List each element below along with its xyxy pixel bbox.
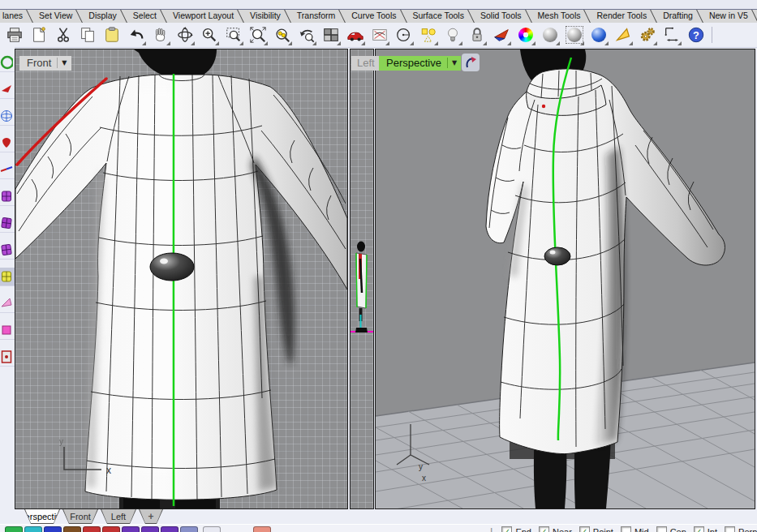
checkbox[interactable]: [621, 526, 631, 532]
osnap-point[interactable]: Point: [579, 526, 613, 532]
layer-color-icon[interactable]: [24, 526, 42, 532]
layer-wedge-icon[interactable]: [490, 24, 512, 46]
copy-icon[interactable]: [76, 24, 98, 46]
toolbar-tab-planes[interactable]: lanes: [0, 10, 30, 23]
gears-icon[interactable]: [636, 24, 658, 46]
front-viewport[interactable]: Front ▼: [15, 49, 348, 509]
lock-icon[interactable]: [466, 24, 488, 46]
pan-icon[interactable]: [149, 24, 171, 46]
pink-solid-icon[interactable]: [0, 321, 15, 340]
checkbox[interactable]: [725, 526, 735, 532]
axis-arrows-icon[interactable]: [0, 161, 15, 179]
toolbar-tab-curve-tools[interactable]: Curve Tools: [342, 10, 403, 23]
pink-arrow-icon[interactable]: [0, 294, 15, 313]
layer-color-icon[interactable]: [122, 526, 140, 532]
undo-view-icon[interactable]: [295, 24, 317, 46]
layer-color-icon[interactable]: [253, 526, 271, 532]
toolbar-tab-transform[interactable]: Transform: [288, 10, 342, 23]
layer-color-icon[interactable]: [5, 526, 23, 532]
zoom-window-icon[interactable]: [222, 24, 244, 46]
wire-globe-icon[interactable]: [0, 107, 15, 126]
osnap-int[interactable]: Int: [694, 526, 717, 532]
add-viewport-tab-button[interactable]: +: [139, 509, 163, 524]
toolbar-tab-solid-tools[interactable]: Solid Tools: [471, 10, 529, 23]
viewport-tab-front[interactable]: Front: [62, 509, 98, 524]
sphere-icon[interactable]: [539, 24, 561, 46]
yellow-mesh-icon[interactable]: [0, 268, 15, 286]
toolbar-tab-render-tools[interactable]: Render Tools: [587, 10, 654, 23]
layer-color-icon[interactable]: [180, 526, 198, 532]
checkbox[interactable]: [694, 526, 704, 532]
left-viewport-title[interactable]: Left: [351, 56, 381, 71]
render-sphere-icon[interactable]: [587, 24, 609, 46]
print-icon[interactable]: [3, 24, 25, 46]
lightbulb-icon[interactable]: [441, 24, 463, 46]
red-blob-icon[interactable]: [0, 134, 15, 152]
purple-mesh-icon[interactable]: [0, 241, 15, 260]
viewport-layout-icon[interactable]: [320, 24, 342, 46]
dimension-icon[interactable]: [660, 24, 682, 46]
zoom-selected-icon[interactable]: [271, 24, 293, 46]
layer-color-icon[interactable]: [161, 526, 178, 532]
undo-icon[interactable]: [125, 24, 147, 46]
viewport-tab-perspective[interactable]: Perspective: [24, 509, 60, 524]
layer-color-icon[interactable]: [102, 526, 120, 532]
chevron-down-icon[interactable]: ▼: [57, 58, 67, 68]
left-viewport[interactable]: Left: [350, 49, 374, 509]
main-toolbar: ?: [0, 23, 757, 48]
toolbar-tab-display[interactable]: Display: [80, 10, 123, 23]
toolbar-tab-surface-tools[interactable]: Surface Tools: [404, 10, 471, 23]
viewport-tab-left[interactable]: Left: [101, 509, 136, 524]
front-viewport-title[interactable]: Front ▼: [19, 56, 71, 71]
perspective-viewport[interactable]: Perspective ▼: [375, 49, 755, 509]
layer-color-icon[interactable]: [63, 526, 81, 532]
sphere-boxed-icon[interactable]: [563, 24, 585, 46]
car-icon[interactable]: [344, 24, 366, 46]
left-toolbar: [0, 47, 15, 509]
layer-color-icon[interactable]: [141, 526, 159, 532]
green-ring-icon[interactable]: [0, 54, 15, 72]
toolbar-tab-drafting[interactable]: Drafting: [654, 10, 700, 23]
toolbar-tab-visibility[interactable]: Visibility: [241, 10, 288, 23]
osnap-mid[interactable]: Mid: [621, 526, 649, 532]
layer-color-icon[interactable]: [44, 526, 62, 532]
left-viewport-canvas[interactable]: [351, 49, 373, 508]
zoom-in-icon[interactable]: [198, 24, 220, 46]
toolbar-tab-select[interactable]: Select: [124, 10, 164, 23]
purple-mesh-icon[interactable]: [0, 187, 15, 206]
purple-mesh-icon[interactable]: [0, 214, 15, 233]
visibility-shapes-icon[interactable]: [417, 24, 439, 46]
layer-color-icon[interactable]: [83, 526, 101, 532]
cut-icon[interactable]: [52, 24, 74, 46]
chevron-down-icon[interactable]: ▼: [447, 58, 457, 68]
osnap-cen[interactable]: Cen: [656, 526, 686, 532]
rotate-view-icon[interactable]: [174, 24, 196, 46]
circle-tool-icon[interactable]: [393, 24, 415, 46]
toolbar-tab-set-view[interactable]: Set View: [30, 10, 80, 23]
toolbar-tab-mesh-tools[interactable]: Mesh Tools: [529, 10, 588, 23]
osnap-near[interactable]: Near: [539, 526, 572, 532]
checkbox[interactable]: [656, 526, 667, 532]
drafting-sheet-icon[interactable]: [368, 24, 390, 46]
red-flag-icon[interactable]: [0, 80, 15, 99]
osnap-end[interactable]: End: [501, 526, 531, 532]
checkbox[interactable]: [579, 526, 590, 532]
status-row: | End Near Point Mid Cen Int Per: [0, 524, 757, 532]
checkbox[interactable]: [501, 526, 512, 532]
checkbox[interactable]: [539, 526, 549, 532]
osnap-perp[interactable]: Perp: [725, 526, 757, 532]
toolbar-tab-viewport-layout[interactable]: Viewport Layout: [164, 10, 241, 23]
separator: |: [490, 526, 492, 532]
perspective-viewport-canvas[interactable]: y x: [376, 49, 755, 508]
paste-icon[interactable]: [101, 24, 123, 46]
perspective-viewport-title[interactable]: Perspective ▼: [379, 56, 461, 71]
zoom-extents-icon[interactable]: [247, 24, 269, 46]
new-file-icon[interactable]: [28, 24, 49, 46]
help-icon[interactable]: ?: [685, 24, 707, 46]
toolbar-tab-new-in-v5[interactable]: New in V5: [700, 10, 755, 23]
layer-color-icon[interactable]: [203, 526, 221, 532]
framed-red-icon[interactable]: [0, 348, 15, 367]
front-viewport-canvas[interactable]: x y: [15, 49, 347, 508]
color-wheel-icon[interactable]: [514, 24, 536, 46]
cone-icon[interactable]: [612, 24, 634, 46]
